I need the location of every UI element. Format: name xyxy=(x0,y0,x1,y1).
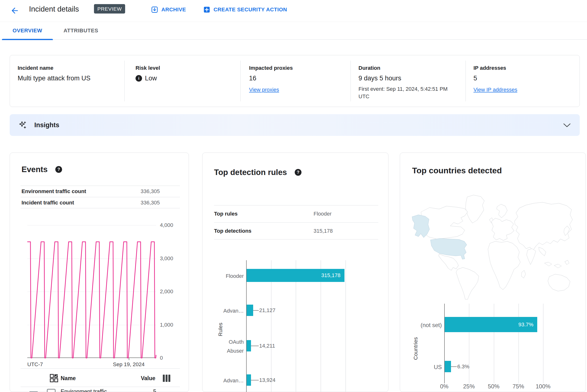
archive-icon xyxy=(151,6,158,14)
rules-title-text: Top detection rules xyxy=(214,168,287,177)
events-card-title: Events ? xyxy=(22,165,62,174)
table-row: Top rules Flooder xyxy=(214,205,378,222)
insights-title: Insights xyxy=(34,122,59,129)
info-icon: i xyxy=(136,75,142,82)
rules-bar-chart: 315,17821,12714,21113,924FlooderAdvan…OA… xyxy=(202,153,389,392)
preview-badge: PREVIEW xyxy=(94,4,125,14)
duration-value: 9 days 5 hours xyxy=(359,74,401,82)
tab-attributes[interactable]: ATTRIBUTES xyxy=(53,22,109,40)
add-box-icon xyxy=(203,6,211,14)
stat-label: Incident traffic count xyxy=(22,200,74,206)
divider xyxy=(124,60,125,102)
tab-attributes-label: ATTRIBUTES xyxy=(64,28,98,34)
legend-row-value: 5 xyxy=(153,388,156,392)
divider xyxy=(351,60,351,102)
stat-value: 336,305 xyxy=(141,188,160,194)
duration-label: Duration xyxy=(359,65,380,71)
impacted-proxies-label: Impacted proxies xyxy=(249,65,293,71)
sparkle-icon xyxy=(18,120,28,130)
events-stats-table: Environment traffic count 336,305 Incide… xyxy=(21,186,180,208)
risk-level-value: i Low xyxy=(136,74,157,82)
divider xyxy=(240,60,241,102)
active-tab-underline xyxy=(2,39,53,40)
countries-card-title: Top countries detected xyxy=(412,166,502,175)
summary-impacted-proxies: Impacted proxies 16 View proxies xyxy=(249,55,346,107)
table-row: Top detections 315,178 xyxy=(214,222,378,240)
impacted-proxies-value: 16 xyxy=(249,74,256,82)
columns-icon[interactable] xyxy=(163,374,171,382)
incident-summary-card: Incident name Multi type attack from US … xyxy=(10,55,580,107)
divider xyxy=(21,368,180,368)
stat-label: Top rules xyxy=(214,211,237,217)
view-proxies-link[interactable]: View proxies xyxy=(249,87,279,93)
stat-label: Top detections xyxy=(214,228,251,234)
stat-label: Environment traffic count xyxy=(22,188,86,194)
incident-name-value: Multi type attack from US xyxy=(18,74,91,82)
legend-select-icon[interactable] xyxy=(50,374,59,382)
series-checkbox[interactable] xyxy=(47,389,56,392)
table-row: Incident traffic count 336,305 xyxy=(21,197,180,208)
top-detection-rules-card: Top detection rules ? Top rules Flooder … xyxy=(202,152,388,392)
first-event-detail: First event: Sep 11, 2024, 5:42:51 PM UT… xyxy=(359,85,460,100)
divider xyxy=(21,387,180,387)
events-title-text: Events xyxy=(22,165,48,174)
divider xyxy=(465,60,466,102)
ip-addresses-value: 5 xyxy=(473,74,477,82)
view-ip-addresses-link[interactable]: View IP addresses xyxy=(473,87,517,93)
ip-addresses-label: IP addresses xyxy=(473,65,506,71)
table-row: Environment traffic count 336,305 xyxy=(21,186,180,197)
page-header: Incident details PREVIEW ARCHIVE CREATE … xyxy=(0,0,587,22)
help-icon[interactable]: ? xyxy=(55,166,62,173)
chevron-down-icon[interactable] xyxy=(563,123,570,127)
stat-value: Flooder xyxy=(314,211,332,217)
world-map xyxy=(410,192,577,300)
legend-row-label: Environment traffic xyxy=(61,388,107,392)
create-security-action-button[interactable]: CREATE SECURITY ACTION xyxy=(203,6,287,14)
archive-button[interactable]: ARCHIVE xyxy=(151,6,186,14)
map-us-mainland xyxy=(430,238,467,259)
archive-label: ARCHIVE xyxy=(161,6,186,13)
summary-duration: Duration 9 days 5 hours First event: Sep… xyxy=(359,55,462,107)
stat-value: 336,305 xyxy=(141,200,160,206)
map-us-alaska xyxy=(412,215,430,238)
create-security-action-label: CREATE SECURITY ACTION xyxy=(213,6,287,13)
legend-name-header: Name xyxy=(61,375,76,382)
risk-level-label: Risk level xyxy=(136,65,160,71)
back-arrow-icon[interactable] xyxy=(10,6,19,15)
legend-value-header: Value xyxy=(141,375,155,382)
countries-title-text: Top countries detected xyxy=(412,166,502,175)
events-card: Events ? Environment traffic count 336,3… xyxy=(10,152,189,392)
summary-ip-addresses: IP addresses 5 View IP addresses xyxy=(473,55,575,107)
rules-card-title: Top detection rules ? xyxy=(214,168,302,177)
summary-incident-name: Incident name Multi type attack from US xyxy=(18,55,122,107)
tab-bar: OVERVIEW ATTRIBUTES xyxy=(0,22,587,40)
incident-name-label: Incident name xyxy=(18,65,53,71)
insights-panel[interactable]: Insights xyxy=(10,114,580,136)
top-countries-card: Top countries detected xyxy=(400,152,586,392)
stat-value: 315,178 xyxy=(314,228,333,234)
page-title: Incident details xyxy=(29,5,79,14)
help-icon[interactable]: ? xyxy=(295,169,302,176)
rules-stats-table: Top rules Flooder Top detections 315,178 xyxy=(214,205,378,240)
risk-level-text: Low xyxy=(145,74,157,82)
tab-overview[interactable]: OVERVIEW xyxy=(2,22,53,40)
summary-risk-level: Risk level i Low xyxy=(136,55,237,107)
tab-overview-label: OVERVIEW xyxy=(13,28,42,34)
incident-details-page: Incident details PREVIEW ARCHIVE CREATE … xyxy=(0,0,587,392)
